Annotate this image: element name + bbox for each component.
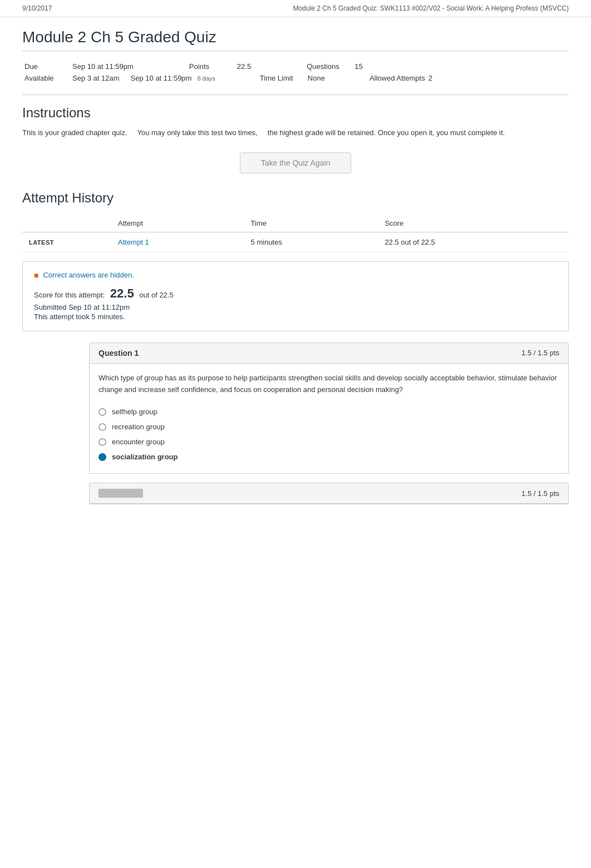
correct-answers-notice: ■ Correct answers are hidden. bbox=[34, 271, 557, 280]
answer-option-recreation[interactable]: recreation group bbox=[98, 419, 559, 434]
instructions-text: This is your graded chapter quiz. You ma… bbox=[22, 127, 569, 139]
time-limit-label: Time Limit bbox=[260, 74, 304, 82]
table-row: LATEST Attempt 1 5 minutes 22.5 out of 2… bbox=[22, 232, 569, 252]
due-value: Sep 10 at 11:59pm bbox=[72, 62, 134, 71]
notice-icon: ■ bbox=[34, 271, 38, 280]
question-2-pts: 1.5 / 1.5 pts bbox=[521, 489, 559, 498]
notice-text: Correct answers are hidden. bbox=[43, 271, 134, 279]
radio-selfhelp bbox=[98, 408, 106, 416]
question-2-header: 1.5 / 1.5 pts bbox=[90, 483, 568, 504]
date: 9/10/2017 bbox=[22, 4, 52, 12]
col-time: Time bbox=[244, 215, 378, 232]
time-limit-value: None bbox=[308, 74, 325, 82]
answer-text-recreation: recreation group bbox=[112, 423, 165, 431]
answer-text-selfhelp: selfhelp group bbox=[112, 408, 157, 416]
col-score: Score bbox=[378, 215, 569, 232]
instructions-title: Instructions bbox=[22, 105, 569, 121]
available-label: Available bbox=[24, 74, 69, 82]
question-1-header: Question 1 1.5 / 1.5 pts bbox=[90, 343, 568, 364]
radio-encounter bbox=[98, 438, 106, 446]
points-value: 22.5 bbox=[237, 62, 251, 71]
question-block-1: Question 1 1.5 / 1.5 pts Which type of g… bbox=[89, 343, 569, 474]
available-days: 8 days bbox=[197, 75, 215, 82]
questions-label: Questions bbox=[307, 62, 351, 71]
question-2-title-blurred bbox=[98, 489, 143, 498]
submitted-date: Submitted Sep 10 at 11:12pm bbox=[34, 303, 557, 311]
available-end: Sep 10 at 11:59pm bbox=[131, 74, 192, 82]
col-empty bbox=[22, 215, 111, 232]
attempt-score-big: 22.5 bbox=[110, 286, 134, 300]
allowed-attempts-label: Allowed Attempts bbox=[370, 74, 425, 82]
radio-socialization bbox=[98, 453, 106, 461]
question-block-2: 1.5 / 1.5 pts bbox=[89, 483, 569, 504]
attempt-score-line: Score for this attempt: 22.5 out of 22.5 bbox=[34, 286, 557, 301]
attempt-details-box: ■ Correct answers are hidden. Score for … bbox=[22, 261, 569, 331]
due-label: Due bbox=[24, 62, 69, 71]
allowed-attempts-value: 2 bbox=[429, 74, 432, 82]
attempt-history-title: Attempt History bbox=[22, 190, 569, 206]
question-1-pts: 1.5 / 1.5 pts bbox=[521, 349, 559, 357]
question-1-text: Which type of group has as its purpose t… bbox=[98, 373, 559, 396]
attempt-history-section: Attempt History Attempt Time Score LATES… bbox=[22, 190, 569, 505]
attempt-duration: This attempt took 5 minutes. bbox=[34, 313, 557, 321]
quiz-meta: Due Sep 10 at 11:59pm Points 22.5 Questi… bbox=[22, 58, 569, 89]
available-start: Sep 3 at 12am bbox=[72, 74, 120, 82]
page-title: Module 2 Ch 5 Graded Quiz bbox=[22, 28, 569, 51]
col-attempt: Attempt bbox=[111, 215, 244, 232]
main-content: Module 2 Ch 5 Graded Quiz Due Sep 10 at … bbox=[0, 17, 591, 527]
attempt-score: 22.5 out of 22.5 bbox=[378, 232, 569, 252]
attempt-link[interactable]: Attempt 1 bbox=[118, 238, 149, 246]
latest-badge: LATEST bbox=[29, 239, 54, 246]
question-1-body: Which type of group has as its purpose t… bbox=[90, 364, 568, 474]
take-quiz-button[interactable]: Take the Quiz Again bbox=[240, 152, 351, 173]
answer-option-socialization[interactable]: socialization group bbox=[98, 449, 559, 464]
answer-text-socialization: socialization group bbox=[112, 453, 178, 461]
questions-value: 15 bbox=[354, 62, 362, 71]
answer-option-selfhelp[interactable]: selfhelp group bbox=[98, 404, 559, 419]
radio-recreation bbox=[98, 423, 106, 431]
answer-text-encounter: encounter group bbox=[112, 438, 165, 446]
attempt-table: Attempt Time Score LATEST Attempt 1 5 mi… bbox=[22, 215, 569, 252]
course-title: Module 2 Ch 5 Graded Quiz: SWK1113 #002/… bbox=[293, 4, 569, 12]
attempt-time: 5 minutes bbox=[244, 232, 378, 252]
answer-option-encounter[interactable]: encounter group bbox=[98, 434, 559, 449]
points-label: Points bbox=[189, 62, 234, 71]
top-bar: 9/10/2017 Module 2 Ch 5 Graded Quiz: SWK… bbox=[0, 0, 591, 17]
question-1-title: Question 1 bbox=[98, 349, 139, 358]
